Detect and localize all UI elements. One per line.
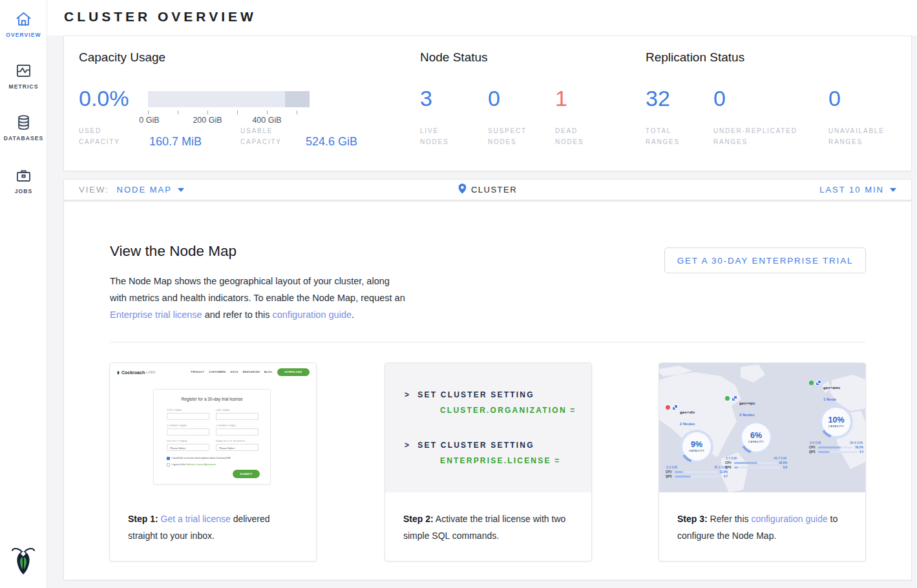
sidebar-item-metrics[interactable]: METRICS xyxy=(0,62,47,90)
region-node-count: 1 Node xyxy=(823,397,836,401)
sql-prompt: > xyxy=(405,390,410,399)
cluster-overview-page: OVERVIEW METRICS DATABASES xyxy=(0,0,917,588)
chevron-down-icon[interactable] xyxy=(178,188,184,192)
total-ranges-label: TOTAL RANGES xyxy=(646,125,697,147)
enterprise-trial-button[interactable]: GET A 30-DAY ENTERPRISE TRIAL xyxy=(664,247,866,273)
nav-product: PRODUCT xyxy=(191,371,205,373)
get-trial-license-link[interactable]: Get a trial license xyxy=(161,514,231,524)
databases-icon xyxy=(0,114,47,131)
capacity-bar-reserved-segment xyxy=(285,91,310,107)
step3-caption: Step 3: Refer this configuration guide t… xyxy=(677,510,851,544)
divider xyxy=(110,342,865,342)
view-selector[interactable]: NODE MAP xyxy=(117,185,172,194)
node-map-thumbnail: geo=sfo 2 Nodes 9% CAPACITY 3.2 GiB35.1 … xyxy=(659,363,865,492)
dead-nodes-count: 1 xyxy=(555,85,567,111)
total-capacity: 36.6 GiB xyxy=(850,441,863,445)
sql-command: SET CLUSTER SETTING xyxy=(417,390,534,399)
text-field xyxy=(216,428,258,436)
step-label: Step 1: xyxy=(128,514,158,524)
field-label: REASON FOR INTEREST xyxy=(216,440,246,443)
view-bar: VIEW: NODE MAP CLUSTER LAST 10 MIN xyxy=(63,179,912,200)
used-capacity: 3.7 GiB xyxy=(726,456,737,460)
field-label: FIRST NAME xyxy=(167,409,182,412)
used-capacity: 3.2 GiB xyxy=(666,465,677,469)
qps-label: QPS xyxy=(725,466,732,469)
region-widget-nyc: geo=nyc 2 Nodes 6% CAPACITY 3.7 GiB43.7 … xyxy=(725,395,787,469)
suspect-nodes-count: 0 xyxy=(488,85,500,111)
step1-card: CockroachLABS PRODUCT CUSTOMERS DOCS RES… xyxy=(109,362,317,562)
enterprise-trial-license-link[interactable]: Enterprise trial license xyxy=(110,310,202,320)
sidebar-item-jobs[interactable]: JOBS xyxy=(0,167,47,194)
under-replicated-ranges-count: 0 xyxy=(713,85,726,111)
select-field: Please Select xyxy=(167,444,209,451)
region-name: geo=ams xyxy=(823,386,840,390)
sql-organization-setting: CLUSTER.ORGANIZATION = xyxy=(440,406,576,415)
dead-status-icon xyxy=(666,405,670,410)
field-label: COMPANY NAME xyxy=(167,425,187,427)
checkbox-unchecked xyxy=(167,463,170,467)
dead-nodes-label: DEAD NODES xyxy=(555,125,604,147)
chevron-down-icon[interactable] xyxy=(890,188,896,192)
capacity-donut: 6% CAPACITY xyxy=(739,421,773,454)
cluster-summary-panel: Capacity Usage 0.0% 0 GiB 200 GiB 400 Gi… xyxy=(63,36,912,171)
qps-label: QPS xyxy=(809,450,816,454)
nodes-icon xyxy=(816,380,821,386)
node-status-title: Node Status xyxy=(420,50,488,65)
live-status-icon xyxy=(809,381,814,385)
under-replicated-ranges-label: UNDER-REPLICATED RANGES xyxy=(713,125,827,147)
breadcrumb: CLUSTER xyxy=(458,180,517,200)
home-icon xyxy=(0,10,47,28)
live-nodes-label: LIVE NODES xyxy=(420,125,469,147)
text-field xyxy=(216,413,258,420)
total-capacity: 43.7 GiB xyxy=(774,456,786,460)
cockroach-labs-logo: CockroachLABS xyxy=(116,370,156,375)
capacity-donut: 9% CAPACITY xyxy=(680,430,713,463)
cpu-value: 58.3% xyxy=(855,446,863,449)
nav-customers: CUSTOMERS xyxy=(209,371,226,373)
capacity-bar xyxy=(148,91,310,107)
qps-value: 4.4 xyxy=(859,450,863,454)
field-label: LAST NAME xyxy=(216,409,230,412)
cpu-label: CPU xyxy=(809,446,816,449)
map-pin-icon xyxy=(458,184,466,196)
configuration-guide-link[interactable]: configuration guide xyxy=(272,310,352,320)
sql-command: SET CLUSTER SETTING xyxy=(417,441,534,450)
capacity-percent: 10% xyxy=(828,416,844,425)
capacity-label: CAPACITY xyxy=(689,449,704,452)
suspect-nodes-label: SUSPECT NODES xyxy=(488,125,543,147)
qps-label: QPS xyxy=(666,475,673,478)
qps-value: 0.0 xyxy=(783,466,787,469)
qps-value: 4.7 xyxy=(724,475,728,478)
text-field xyxy=(167,413,209,420)
capacity-label: CAPACITY xyxy=(748,440,764,443)
step2-caption: Step 2: Activate the trial license with … xyxy=(403,510,577,544)
breadcrumb-cluster[interactable]: CLUSTER xyxy=(471,185,517,194)
mini-site-header: CockroachLABS PRODUCT CUSTOMERS DOCS RES… xyxy=(116,367,310,377)
field-label: COMPANY EMAIL xyxy=(216,425,237,427)
capacity-donut: 10% CAPACITY xyxy=(819,405,853,439)
nodes-icon xyxy=(672,404,678,410)
sidebar: OVERVIEW METRICS DATABASES xyxy=(0,0,47,588)
unavailable-ranges-count: 0 xyxy=(828,85,841,111)
used-capacity-value: 160.7 MiB xyxy=(149,135,202,149)
replication-status-title: Replication Status xyxy=(646,50,744,65)
sidebar-item-label: DATABASES xyxy=(0,135,47,142)
sidebar-item-databases[interactable]: DATABASES xyxy=(0,114,47,142)
field-label: PROJECT PHASE xyxy=(167,440,187,443)
sidebar-item-overview[interactable]: OVERVIEW xyxy=(0,10,47,38)
capacity-label: CAPACITY xyxy=(828,425,844,428)
registration-page-thumbnail: CockroachLABS PRODUCT CUSTOMERS DOCS RES… xyxy=(110,363,316,492)
step-label: Step 3: xyxy=(677,514,708,524)
live-nodes-count: 3 xyxy=(420,85,432,111)
checkbox-label: I agree to the xyxy=(172,463,186,466)
node-map-panel: View the Node Map The Node Map shows the… xyxy=(63,201,912,580)
time-range-selector[interactable]: LAST 10 MIN xyxy=(819,185,884,194)
region-widget-ams: geo=ams 1 Node 10% CAPACITY 3.6 GiB36.6 … xyxy=(809,380,863,454)
configuration-guide-link[interactable]: configuration guide xyxy=(751,514,827,524)
cpu-label: CPU xyxy=(666,470,673,474)
nav-resources: RESOURCES xyxy=(243,371,260,373)
text-field xyxy=(167,428,209,436)
capacity-tick-200: 200 GiB xyxy=(193,116,222,125)
form-title: Register for a 30-day trial license xyxy=(154,397,270,401)
download-pill: DOWNLOAD xyxy=(277,368,310,376)
